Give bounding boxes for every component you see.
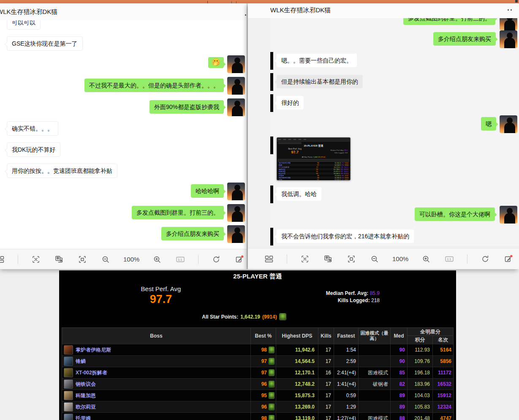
extract-text-button[interactable]	[30, 254, 41, 265]
chat-bubble: 多介绍点朋友来购买	[161, 227, 224, 240]
thumb-navbar	[277, 138, 350, 142]
rank-emblem-icon	[269, 381, 274, 387]
window-corner-mark	[515, 0, 518, 3]
zoom-in-icon	[422, 255, 430, 263]
chat-bubble-clipped: 多发点截图到群里。打前三的。	[403, 18, 495, 25]
one-to-one-button[interactable]: 1:1	[175, 254, 186, 265]
left-chat-image: 可以可以 GSE这块你现在是第一了 🤭 不过我不是最大的。。但是的确是头部作者。…	[0, 20, 247, 249]
allstar-rank-value: (9914)	[262, 314, 277, 320]
zoom-in-icon	[153, 255, 161, 264]
edit-button[interactable]	[234, 254, 245, 265]
highest-dps-value: 13,119.0	[276, 413, 318, 420]
header-boss[interactable]: Boss	[62, 328, 251, 344]
right-chat-image: 多发点截图到群里。打前三的。 多介绍点朋友来购买 嗯。。需要一些自己的宏。 但是…	[270, 18, 519, 246]
more-icon[interactable]	[245, 14, 246, 16]
boss-portrait-icon	[64, 357, 73, 366]
header-kills[interactable]: Kills	[318, 328, 334, 344]
multi-image-icon	[0, 255, 4, 264]
zoom-out-button[interactable]	[100, 254, 111, 265]
header-hardmode[interactable]: 困难模式（最高）	[359, 328, 391, 344]
boss-name-link[interactable]: 掌炉者伊格尼斯	[76, 346, 111, 354]
rotate-button[interactable]	[211, 254, 222, 265]
fullscreen-button[interactable]	[346, 254, 357, 265]
hardmode-value: 破钢者	[359, 379, 391, 390]
header-med[interactable]: Med	[391, 328, 408, 344]
right-window-title: WLK生存猎冰邪DK猫	[270, 6, 331, 14]
best-percent-value: 98	[261, 415, 267, 420]
rank-emblem-icon	[269, 369, 274, 376]
hardmode-value	[359, 390, 391, 401]
median-percent-value: 90	[391, 356, 408, 367]
allstar-points-line: All Star Points: 1,642.19 (9914)	[59, 313, 429, 320]
kills-logged-value: 218	[371, 297, 380, 303]
fullscreen-button[interactable]	[77, 254, 88, 265]
fastest-value: 2:41(+4)	[334, 367, 359, 378]
zoom-in-button[interactable]	[421, 254, 432, 265]
highest-dps-value: 12,748.2	[276, 379, 318, 390]
toolbar-divider	[287, 254, 287, 264]
chat-bubble: 不过我不是最大的。。但是的确是头部作者。。。	[84, 79, 224, 92]
boss-name-link[interactable]: 欧尔莉亚	[76, 404, 96, 411]
fullscreen-icon	[347, 255, 356, 263]
kills-value: 17	[318, 413, 334, 420]
chat-bubble: 多发点截图到群里。打前三的。	[132, 206, 224, 219]
header-allstar[interactable]: 全明星分	[408, 328, 453, 336]
chat-bubble: GSE这块你现在是第一了	[7, 36, 83, 51]
chat-bubble: 哈哈哈啊	[191, 184, 224, 198]
header-rank[interactable]: 名次	[433, 336, 453, 344]
best-perf-value: 97.7	[123, 293, 199, 306]
one-to-one-icon: 1:1	[176, 255, 185, 264]
chat-image-thumbnail[interactable]: 25-PLAYER 普通 Best Perf. Avg 97.7 Median …	[277, 137, 351, 180]
boss-name-link[interactable]: 锋鳞	[76, 358, 86, 365]
translate-button[interactable]	[323, 254, 334, 265]
thumb-table-row: 锋鳞9714,564.5905856	[278, 179, 349, 180]
multi-image-button[interactable]	[0, 254, 5, 265]
header-points[interactable]: 积分	[408, 336, 433, 344]
extract-text-button[interactable]	[299, 254, 310, 265]
median-percent-value: 89	[391, 390, 408, 401]
highest-dps-value: 14,564.5	[276, 356, 318, 367]
boss-table-row: XT-002拆解者9712,170.1162:41(+4)困难模式85196.1…	[62, 367, 453, 378]
translate-button[interactable]	[54, 254, 65, 265]
header-fastest[interactable]: Fastest	[334, 328, 359, 344]
fastest-value: 1:54	[334, 344, 359, 355]
zoom-level-label: 100%	[392, 255, 408, 262]
boss-table-row: 欧尔莉亚9613,269.0171:2989105.8312324	[62, 401, 453, 412]
kills-value: 17	[318, 344, 334, 355]
boss-table-row: 托里姆9813,119.0171:27(+4)困难模式88201.484747	[62, 412, 453, 420]
spec-emblem-icon	[279, 313, 286, 320]
boss-name-link[interactable]: 钢铁议会	[76, 381, 96, 388]
avatar	[227, 77, 245, 95]
allstar-points-cell: 201.48	[408, 413, 433, 420]
boss-name-link[interactable]: XT-002拆解者	[76, 369, 107, 376]
avatar	[227, 55, 245, 73]
allstar-rank-cell: 11172	[433, 367, 453, 378]
header-dps[interactable]: Highest DPS	[276, 328, 318, 344]
rotate-icon	[481, 255, 489, 263]
right-viewer-toolbar: 100%1:1	[248, 248, 519, 269]
boss-name-link[interactable]: 托里姆	[76, 415, 91, 420]
svg-text:1:1: 1:1	[447, 258, 451, 261]
chat-bubble: 可以可以	[7, 20, 41, 30]
one-to-one-button[interactable]: 1:1	[444, 254, 455, 265]
allstar-rank-cell: 5164	[433, 344, 453, 355]
zoom-out-button[interactable]	[369, 254, 380, 265]
translate-icon	[55, 255, 63, 264]
avatar	[500, 30, 517, 48]
boss-name-link[interactable]: 科隆加恩	[76, 392, 96, 399]
chat-bubble: 可以卧槽。你这是个大佬啊	[415, 207, 495, 221]
zoom-in-button[interactable]	[152, 254, 163, 265]
left-viewer-window: WLK生存猎冰邪DK猫 可以可以 GSE这块你现在是第一了 🤭 不过我不是最大的…	[0, 3, 247, 269]
boss-table-row: 科隆加恩9515,875.3170:5989104.0315912	[62, 390, 453, 401]
boss-table-row: 掌炉者伊格尼斯9811,942.6171:5490112.935164	[62, 344, 453, 355]
header-best[interactable]: Best %	[251, 328, 276, 344]
edit-button[interactable]	[503, 254, 514, 265]
kills-value: 16	[318, 367, 334, 378]
allstar-rank-cell: 5856	[433, 356, 453, 367]
rotate-button[interactable]	[480, 254, 491, 265]
tongue-face-emoji: 🤭	[212, 58, 220, 66]
more-icon[interactable]	[508, 9, 512, 11]
left-viewer-toolbar: 100%1:1	[0, 249, 247, 269]
multi-image-button[interactable]	[264, 254, 274, 265]
best-percent-value: 95	[261, 393, 267, 398]
